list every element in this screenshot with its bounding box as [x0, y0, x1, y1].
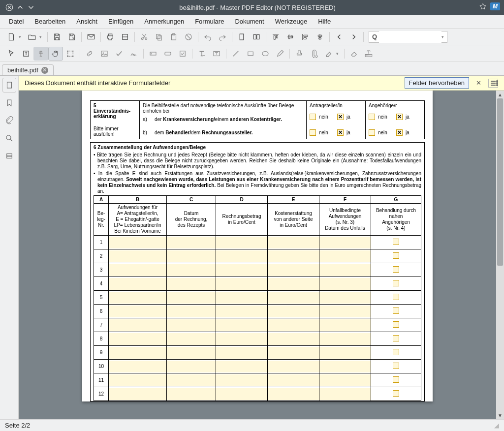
new-icon[interactable] — [4, 30, 19, 44]
menu-formulare[interactable]: Formulare — [190, 16, 229, 27]
field-e[interactable] — [268, 305, 319, 318]
layers-icon[interactable] — [2, 149, 16, 163]
field-f[interactable] — [319, 263, 371, 277]
window-arrow-up-icon[interactable] — [15, 2, 26, 13]
measure-icon[interactable] — [361, 47, 376, 61]
menu-datei[interactable]: Datei — [4, 16, 29, 27]
field-b[interactable] — [109, 318, 167, 332]
highlight-dropdown[interactable]: ▾ — [336, 51, 342, 56]
chk-antrag-a-nein[interactable] — [310, 114, 316, 120]
field-f[interactable] — [319, 236, 371, 249]
field-c[interactable] — [167, 387, 216, 401]
field-d[interactable] — [216, 387, 268, 401]
check-icon[interactable] — [112, 47, 126, 61]
align-middle-icon[interactable] — [313, 30, 327, 44]
form-check-icon[interactable] — [175, 47, 190, 61]
field-e[interactable] — [268, 249, 319, 263]
scroll-down-icon[interactable]: ▼ — [496, 411, 504, 419]
tab-document[interactable]: beihilfe.pdf ✕ — [2, 64, 54, 75]
field-d[interactable] — [216, 291, 268, 305]
field-g[interactable] — [371, 249, 421, 263]
menu-ansicht[interactable]: Ansicht — [71, 16, 102, 27]
chk-antrag-b-ja[interactable]: ✕ — [337, 129, 344, 136]
print-icon[interactable] — [103, 30, 118, 44]
field-g[interactable] — [371, 332, 421, 346]
field-f[interactable] — [319, 346, 371, 360]
field-e[interactable] — [268, 291, 319, 305]
field-b[interactable] — [109, 387, 167, 401]
field-b[interactable] — [109, 291, 167, 305]
rect-icon[interactable] — [243, 47, 258, 61]
field-c[interactable] — [167, 263, 216, 277]
field-e[interactable] — [268, 318, 319, 332]
vertical-scrollbar[interactable]: ▲ ▼ — [496, 91, 504, 419]
page-single-icon[interactable] — [234, 30, 249, 44]
delete-icon[interactable] — [181, 30, 196, 44]
menu-dokument[interactable]: Dokument — [230, 16, 269, 27]
email-icon[interactable] — [84, 30, 98, 44]
prev-page-icon[interactable] — [332, 30, 346, 44]
field-b[interactable] — [109, 236, 167, 249]
field-c[interactable] — [167, 277, 216, 291]
pin-icon[interactable] — [478, 2, 487, 13]
menu-anmerkungen[interactable]: Anmerkungen — [139, 16, 189, 27]
field-c[interactable] — [167, 346, 216, 360]
bookmarks-icon[interactable] — [2, 95, 16, 110]
field-c[interactable] — [167, 305, 216, 318]
searchpane-icon[interactable] — [2, 131, 16, 146]
field-c[interactable] — [167, 291, 216, 305]
field-g[interactable] — [371, 236, 421, 249]
menu-bearbeiten[interactable]: Bearbeiten — [30, 16, 70, 27]
scroll-thumb[interactable] — [497, 98, 503, 266]
image-icon[interactable] — [97, 47, 112, 61]
highlight-icon[interactable] — [321, 47, 336, 61]
align-top-icon[interactable] — [268, 30, 283, 44]
field-b[interactable] — [109, 277, 167, 291]
align-left-icon[interactable] — [298, 30, 313, 44]
line-icon[interactable] — [228, 47, 243, 61]
new-dropdown[interactable]: ▾ — [19, 34, 25, 39]
field-c[interactable] — [167, 249, 216, 263]
hand-tool-icon[interactable] — [48, 47, 63, 61]
text-select-icon[interactable] — [19, 47, 33, 61]
field-f[interactable] — [319, 387, 371, 401]
chk-angeh-b-nein[interactable] — [369, 129, 375, 136]
field-f[interactable] — [319, 305, 371, 318]
tab-close-icon[interactable]: ✕ — [41, 67, 48, 74]
menu-hilfe[interactable]: Hilfe — [313, 16, 336, 27]
field-b[interactable] — [109, 346, 167, 360]
resize-grip-icon[interactable]: ◢ — [494, 422, 499, 429]
field-g[interactable] — [371, 305, 421, 318]
save-as-icon[interactable] — [64, 30, 79, 44]
chk-antrag-b-nein[interactable] — [310, 129, 316, 136]
sign-icon[interactable] — [126, 47, 141, 61]
field-c[interactable] — [167, 360, 216, 373]
field-d[interactable] — [216, 305, 268, 318]
stamp-icon[interactable] — [292, 47, 307, 61]
field-f[interactable] — [319, 277, 371, 291]
thumbnails-icon[interactable] — [2, 78, 16, 92]
eraser-icon[interactable] — [346, 47, 361, 61]
field-d[interactable] — [216, 277, 268, 291]
redo-icon[interactable] — [215, 30, 230, 44]
next-page-icon[interactable] — [346, 30, 361, 44]
paste-icon[interactable] — [166, 30, 181, 44]
scan-icon[interactable] — [118, 30, 132, 44]
field-g[interactable] — [371, 318, 421, 332]
field-d[interactable] — [216, 249, 268, 263]
chk-angeh-a-ja[interactable]: ✕ — [396, 114, 403, 120]
field-d[interactable] — [216, 360, 268, 373]
field-c[interactable] — [167, 332, 216, 346]
edit-text-icon[interactable] — [33, 47, 48, 61]
search-dropdown-icon[interactable]: ▾ — [441, 34, 444, 39]
chk-angeh-a-nein[interactable] — [369, 114, 375, 120]
field-g[interactable] — [371, 291, 421, 305]
field-e[interactable] — [268, 332, 319, 346]
field-e[interactable] — [268, 277, 319, 291]
window-arrow-down-icon[interactable] — [26, 2, 36, 13]
chk-antrag-a-ja[interactable]: ✕ — [337, 114, 344, 120]
window-close-icon[interactable] — [4, 2, 15, 13]
edit-object-icon[interactable] — [63, 47, 78, 61]
attach-icon[interactable] — [307, 47, 321, 61]
field-d[interactable] — [216, 263, 268, 277]
